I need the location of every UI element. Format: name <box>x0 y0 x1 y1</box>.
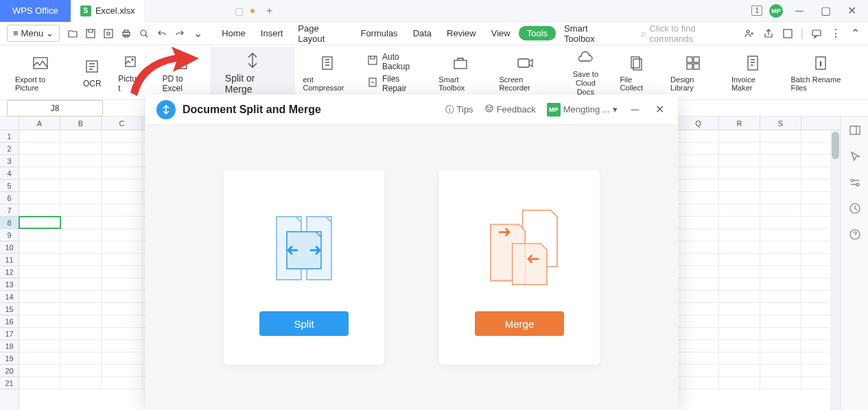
cell[interactable] <box>678 155 719 167</box>
save-cloud-button[interactable]: Save toCloud Docs <box>559 45 611 100</box>
cell[interactable] <box>102 315 143 327</box>
row-header[interactable]: 7 <box>0 204 19 217</box>
cell[interactable] <box>60 352 102 364</box>
file-collect-button[interactable]: File Collect <box>611 49 662 97</box>
cell[interactable] <box>19 180 60 191</box>
split-button[interactable]: Split <box>259 311 349 336</box>
print-icon[interactable] <box>120 27 132 40</box>
cell[interactable] <box>760 340 801 352</box>
split-or-merge-button[interactable]: Split or Merge <box>210 47 295 99</box>
cell[interactable] <box>19 192 60 204</box>
invoice-maker-button[interactable]: Invoice Maker <box>723 49 783 97</box>
column-header[interactable]: Q <box>678 117 719 130</box>
find-commands[interactable]: ⌕ Click to find commands <box>641 23 740 44</box>
cell[interactable] <box>102 192 143 204</box>
cell[interactable] <box>760 143 801 154</box>
close-button[interactable]: ✕ <box>842 3 861 19</box>
cell[interactable] <box>678 241 719 253</box>
cell[interactable] <box>719 204 760 216</box>
cell[interactable] <box>19 266 60 278</box>
cell[interactable] <box>719 155 760 167</box>
tab-data[interactable]: Data <box>406 24 438 43</box>
cell[interactable] <box>19 315 60 327</box>
tab-formulas[interactable]: Formulas <box>353 24 404 43</box>
cell[interactable] <box>760 217 801 228</box>
cell[interactable] <box>102 291 143 302</box>
files-repair-button[interactable]: Files Repair <box>367 74 423 93</box>
cell[interactable] <box>719 254 760 265</box>
redo-icon[interactable] <box>174 27 186 40</box>
minimize-button[interactable]: ─ <box>790 3 809 19</box>
cell[interactable] <box>102 217 143 228</box>
cell[interactable] <box>102 204 143 216</box>
help-icon[interactable] <box>848 228 862 241</box>
cell[interactable] <box>678 229 719 241</box>
cell[interactable] <box>719 278 760 290</box>
row-header[interactable]: 14 <box>0 291 19 303</box>
cell[interactable] <box>719 328 760 339</box>
cell[interactable] <box>719 266 760 278</box>
cell[interactable] <box>19 155 60 167</box>
tab-smart-toolbox[interactable]: Smart Toolbox <box>557 19 624 48</box>
cell[interactable] <box>60 303 102 315</box>
cell[interactable] <box>760 377 801 389</box>
collapse-ribbon-icon[interactable]: ⌃ <box>849 27 861 40</box>
user-avatar[interactable]: MP <box>769 4 783 18</box>
cell[interactable] <box>102 365 143 376</box>
cell[interactable] <box>19 143 60 154</box>
cell[interactable] <box>678 291 719 302</box>
row-header[interactable]: 11 <box>0 254 19 266</box>
cell[interactable] <box>60 377 102 389</box>
cell[interactable] <box>760 278 801 290</box>
cell[interactable] <box>678 377 719 389</box>
cell[interactable] <box>60 291 102 302</box>
cell[interactable] <box>60 315 102 327</box>
cell[interactable] <box>719 192 760 204</box>
cell[interactable] <box>678 130 719 142</box>
cell-reference-input[interactable]: J8 <box>7 100 103 117</box>
row-header[interactable]: 15 <box>0 303 19 315</box>
cell[interactable] <box>60 130 102 142</box>
feedback-button[interactable]: Feedback <box>484 104 536 115</box>
row-header[interactable]: 6 <box>0 192 19 204</box>
cell[interactable] <box>19 130 60 142</box>
cell[interactable] <box>760 315 801 327</box>
cell[interactable] <box>102 241 143 253</box>
cell[interactable] <box>719 217 760 228</box>
cell[interactable] <box>760 180 801 191</box>
row-header[interactable]: 13 <box>0 278 19 291</box>
cell[interactable] <box>678 340 719 352</box>
tab-tools[interactable]: Tools <box>519 26 556 40</box>
row-header[interactable]: 10 <box>0 241 19 254</box>
cell[interactable] <box>19 254 60 265</box>
cell[interactable] <box>19 241 60 253</box>
cell[interactable] <box>719 340 760 352</box>
cloud-save-icon[interactable] <box>782 27 794 40</box>
cell[interactable] <box>60 180 102 191</box>
cell[interactable] <box>60 192 102 204</box>
row-header[interactable]: 19 <box>0 352 19 365</box>
column-header[interactable]: S <box>760 117 801 130</box>
row-header[interactable]: 17 <box>0 328 19 340</box>
cell[interactable] <box>60 266 102 278</box>
cell[interactable] <box>678 204 719 216</box>
cell[interactable] <box>719 291 760 302</box>
smart-toolbox-button[interactable]: Smart Toolbox <box>430 49 491 97</box>
cell[interactable] <box>19 340 60 352</box>
cell[interactable] <box>60 155 102 167</box>
customize-icon[interactable]: ⌄ <box>191 27 204 40</box>
row-header[interactable]: 2 <box>0 143 19 155</box>
scroll-thumb[interactable] <box>832 132 839 159</box>
cell[interactable] <box>678 266 719 278</box>
column-header[interactable]: R <box>719 117 760 130</box>
cell[interactable] <box>678 278 719 290</box>
share-icon[interactable] <box>762 27 775 40</box>
dialog-close-button[interactable]: ✕ <box>653 103 667 116</box>
export-to-picture-button[interactable]: Export to Picture <box>7 49 74 97</box>
column-header[interactable]: C <box>102 117 143 130</box>
cell[interactable] <box>19 303 60 315</box>
cell[interactable] <box>719 130 760 142</box>
row-header[interactable]: 12 <box>0 266 19 278</box>
dialog-minimize-button[interactable]: ─ <box>629 104 642 116</box>
cell[interactable] <box>19 167 60 179</box>
